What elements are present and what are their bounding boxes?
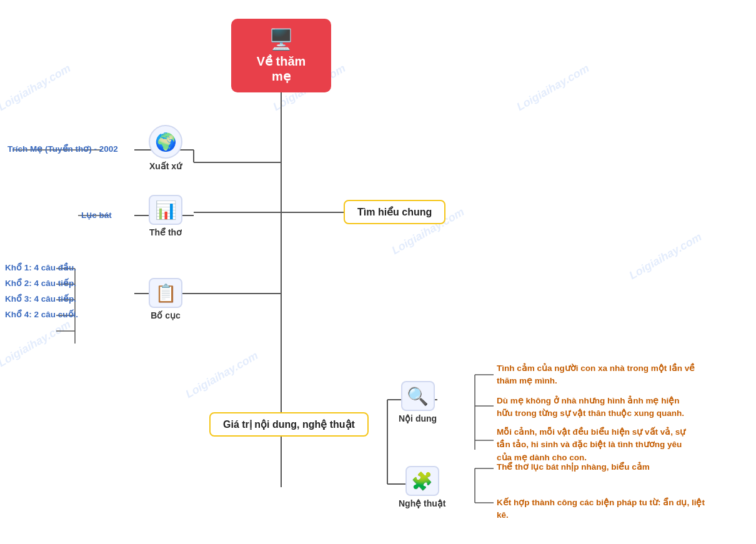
bocuc-node: 📋 Bố cục bbox=[149, 278, 182, 320]
thetho-label: Thể thơ bbox=[149, 227, 182, 237]
noidung-icon: 🔍 bbox=[401, 381, 435, 411]
timhieu-label: Tìm hiểu chung bbox=[357, 207, 432, 217]
bocuc-item-4: Khổ 4: 2 câu cuối. bbox=[5, 309, 78, 319]
noidung-item-3: Mỗi cảnh, mỗi vật đều biểu hiện sự vất v… bbox=[497, 426, 697, 464]
bocuc-item-3: Khổ 3: 4 câu tiếp. bbox=[5, 294, 76, 304]
root-label: Về thăm mẹ bbox=[246, 54, 316, 84]
watermark-5: Loigiaihay.com bbox=[0, 318, 73, 370]
bocuc-item-2: Khổ 2: 4 câu tiếp. bbox=[5, 278, 76, 288]
root-node: 🖥️ Về thăm mẹ bbox=[231, 19, 331, 92]
noidung-item-2: Dù mẹ không ở nhà nhưng hình ảnh mẹ hiện… bbox=[497, 395, 697, 420]
nghethuat-item-2: Kết hợp thành công các biện pháp tu từ: … bbox=[497, 497, 709, 522]
root-icon: 🖥️ bbox=[246, 27, 316, 51]
noidung-label: Nội dung bbox=[399, 413, 437, 423]
xuatxu-node: 🌍 Xuất xứ bbox=[149, 125, 182, 171]
xuatxu-label: Xuất xứ bbox=[149, 161, 182, 171]
bocuc-item-1: Khổ 1: 4 câu đầu. bbox=[5, 262, 76, 272]
thetho-node: 📊 Thể thơ bbox=[149, 195, 182, 237]
bocuc-icon: 📋 bbox=[149, 278, 182, 308]
nghethuat-node: 🧩 Nghệ thuật bbox=[399, 466, 446, 508]
timhieu-box: Tìm hiểu chung bbox=[344, 200, 445, 224]
watermark-1: Loigiaihay.com bbox=[0, 62, 73, 114]
bocuc-label: Bố cục bbox=[151, 310, 181, 320]
thetho-icon: 📊 bbox=[149, 195, 182, 225]
giatri-label: Giá trị nội dung, nghệ thuật bbox=[223, 419, 355, 430]
xuatxu-side-text: Trích Mẹ (Tuyển thơ) - 2002 bbox=[7, 144, 118, 154]
thetho-side-text: Lục bát bbox=[81, 210, 112, 220]
noidung-node: 🔍 Nội dung bbox=[399, 381, 437, 423]
watermark-6: Loigiaihay.com bbox=[183, 349, 260, 401]
noidung-item-1: Tình cảm của người con xa nhà trong một … bbox=[497, 362, 697, 388]
giatri-box: Giá trị nội dung, nghệ thuật bbox=[209, 412, 369, 437]
watermark-7: Loigiaihay.com bbox=[627, 230, 704, 282]
nghethuat-icon: 🧩 bbox=[405, 466, 439, 496]
nghethuat-item-1: Thể thơ lục bát nhịp nhàng, biểu cảm bbox=[497, 461, 650, 473]
xuatxu-icon: 🌍 bbox=[149, 125, 182, 159]
watermark-3: Loigiaihay.com bbox=[514, 62, 591, 114]
nghethuat-label: Nghệ thuật bbox=[399, 498, 446, 508]
